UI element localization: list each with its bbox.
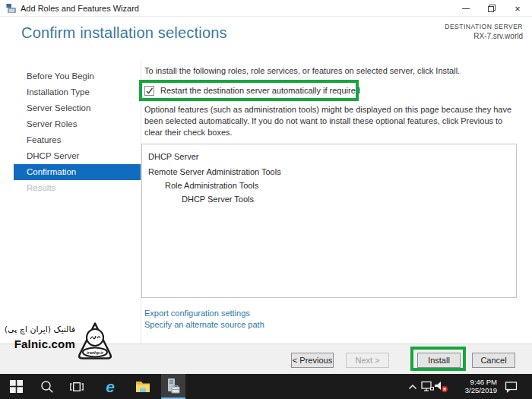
sidebar-item-confirmation[interactable]: Confirmation <box>14 164 141 180</box>
sidebar-item-server-selection[interactable]: Server Selection <box>14 100 141 116</box>
alternate-source-path-link[interactable]: Specify an alternate source path <box>144 319 264 331</box>
restart-checkbox[interactable] <box>144 86 154 96</box>
restart-checkbox-row[interactable]: Restart the destination server automatic… <box>144 84 360 97</box>
install-button[interactable]: Install <box>417 353 461 368</box>
instruction-text: To install the following roles, role ser… <box>144 66 460 75</box>
file-explorer-button[interactable] <box>132 374 154 399</box>
taskbar: e <box>0 374 532 399</box>
restore-icon <box>488 5 496 12</box>
export-configuration-link[interactable]: Export configuration settings <box>144 308 264 319</box>
file-explorer-icon <box>135 380 150 393</box>
server-manager-icon <box>165 378 182 394</box>
list-item: Role Administration Tools <box>148 179 516 192</box>
task-view-icon <box>70 381 84 393</box>
sidebar-item-installation-type[interactable]: Installation Type <box>14 84 141 100</box>
falnic-badge-logo: iranhp.ir <box>76 322 114 360</box>
selection-listbox: DHCP Server Remote Server Administration… <box>141 144 517 298</box>
action-center-icon <box>505 381 518 393</box>
taskbar-search-button[interactable] <box>37 374 57 399</box>
destination-server-name: RX-7.srv.world <box>445 32 523 40</box>
sidebar-item-results: Results <box>14 180 141 196</box>
clock-time: 9:46 PM <box>453 378 497 386</box>
close-button[interactable]: × <box>505 0 530 17</box>
tray-volume-muted-icon[interactable] <box>433 374 450 399</box>
action-center-button[interactable] <box>502 374 520 399</box>
page-title: Confirm installation selections <box>21 24 227 42</box>
sidebar-item-features[interactable]: Features <box>14 132 141 148</box>
list-item: Remote Server Administration Tools <box>148 165 516 179</box>
windows-logo-icon <box>10 380 23 393</box>
window-title: Add Roles and Features Wizard <box>21 0 139 17</box>
tray-network-icon[interactable] <box>420 374 435 399</box>
minimize-button[interactable] <box>453 0 479 17</box>
wizard-sidebar: Before You Begin Installation Type Serve… <box>0 68 141 196</box>
sidebar-item-before-you-begin[interactable]: Before You Begin <box>14 68 141 84</box>
restart-checkbox-label: Restart the destination server automatic… <box>160 86 360 95</box>
cancel-button[interactable]: Cancel <box>472 353 515 368</box>
watermark-text: فالنیک (ایران اچ پی) Falnic.com <box>3 325 75 350</box>
window-controls: × <box>453 0 530 17</box>
next-button[interactable]: Next > <box>346 353 389 368</box>
close-icon: × <box>515 3 521 14</box>
internet-explorer-icon: e <box>106 378 115 394</box>
list-item: DHCP Server Tools <box>148 192 516 206</box>
previous-button[interactable]: < Previous <box>291 353 334 368</box>
minimize-icon <box>462 8 470 9</box>
task-view-button[interactable] <box>67 374 87 399</box>
internet-explorer-button[interactable]: e <box>100 374 121 399</box>
watermark-persian-text: فالنیک (ایران اچ پی) <box>3 325 75 335</box>
search-icon <box>40 380 54 394</box>
titlebar: Add Roles and Features Wizard × <box>0 0 532 17</box>
server-manager-taskbar-button[interactable] <box>161 374 185 399</box>
destination-server-label: DESTINATION SERVER <box>445 23 523 30</box>
optional-features-note: Optional features (such as administratio… <box>144 104 523 138</box>
sidebar-item-dhcp-server[interactable]: DHCP Server <box>14 148 141 164</box>
start-button[interactable] <box>5 374 27 399</box>
wizard-header: Confirm installation selections DESTINAT… <box>0 17 532 59</box>
falnic-watermark: فالنیک (ایران اچ پی) Falnic.com iranhp.i… <box>0 322 122 365</box>
footer-links: Export configuration settings Specify an… <box>144 308 264 331</box>
sidebar-item-server-roles[interactable]: Server Roles <box>14 116 141 132</box>
tray-clock[interactable]: 9:46 PM 3/25/2019 <box>453 374 497 399</box>
checkmark-icon <box>145 87 154 95</box>
watermark-domain-text: Falnic.com <box>3 337 75 350</box>
tray-chevron-up-icon[interactable] <box>406 374 420 399</box>
clock-date: 3/25/2019 <box>453 386 497 394</box>
server-manager-icon <box>6 3 17 14</box>
screen: Add Roles and Features Wizard × Confirm … <box>0 0 532 399</box>
list-item: DHCP Server <box>148 150 516 163</box>
destination-server-block: DESTINATION SERVER RX-7.srv.world <box>445 23 523 40</box>
svg-text:iranhp.ir: iranhp.ir <box>87 350 104 355</box>
restore-button[interactable] <box>479 0 505 17</box>
